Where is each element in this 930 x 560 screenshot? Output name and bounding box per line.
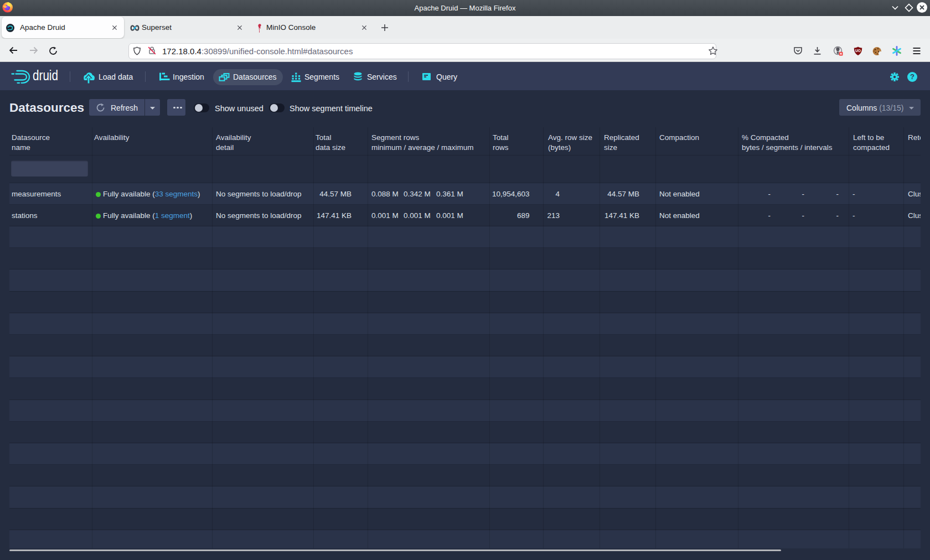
svg-text:UO: UO [855, 49, 861, 53]
